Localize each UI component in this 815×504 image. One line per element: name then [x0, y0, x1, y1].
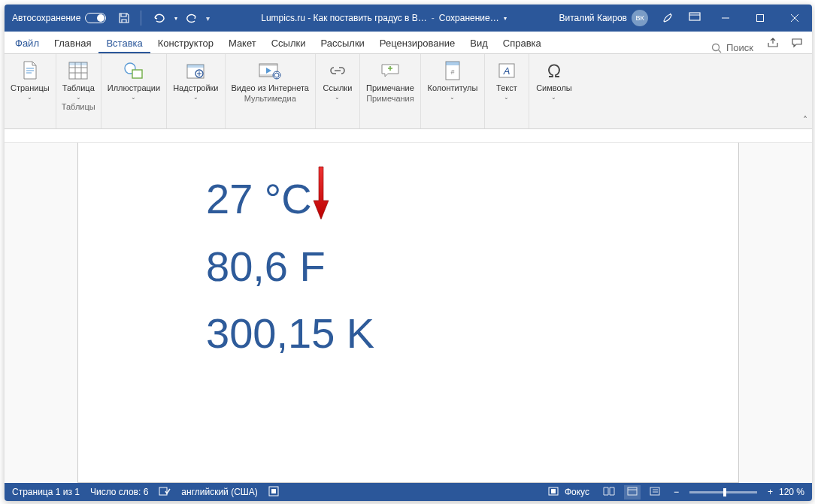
coming-soon-icon[interactable] [654, 11, 681, 26]
tab-home[interactable]: Главная [47, 34, 98, 53]
comment-icon [380, 60, 400, 81]
headerfooter-icon: # [444, 60, 461, 81]
language-indicator[interactable]: английский (США) [181, 487, 257, 497]
print-layout-icon[interactable] [624, 485, 641, 499]
text-line[interactable]: 300,15 K [206, 300, 693, 367]
ribbon-mode-icon[interactable] [681, 12, 708, 25]
avatar[interactable]: ВК [632, 10, 648, 26]
user-name: Виталий Каиров [559, 13, 627, 23]
headerfooter-button[interactable]: # Колонтитулы⌄ [423, 57, 483, 101]
zoom-in-button[interactable]: + [768, 487, 773, 497]
svg-rect-0 [689, 13, 700, 20]
tab-help[interactable]: Справка [495, 34, 549, 53]
tab-references[interactable]: Ссылки [264, 34, 314, 53]
comments-button[interactable] [785, 35, 809, 53]
document-title: Lumpics.ru - Как поставить градус в B… [261, 13, 427, 23]
table-icon [68, 60, 88, 81]
title-bar: Автосохранение ▾ ▾ Lumpics.ru - Как пост… [5, 5, 812, 32]
tab-design[interactable]: Конструктор [150, 34, 221, 53]
zoom-slider[interactable] [689, 491, 757, 493]
ribbon: Страницы⌄ Таблица⌄ Таблицы Иллюстрации⌄ [5, 54, 812, 129]
svg-point-4 [712, 44, 719, 50]
tab-view[interactable]: Вид [462, 34, 495, 53]
textbox-icon: A [498, 60, 516, 81]
status-bar: Страница 1 из 1 Число слов: 6 английский… [5, 483, 812, 501]
macro-icon[interactable] [268, 486, 279, 499]
page-icon [22, 60, 38, 81]
svg-rect-29 [650, 487, 659, 495]
chevron-down-icon[interactable]: ▾ [504, 15, 507, 22]
ruler[interactable] [5, 129, 812, 143]
save-icon[interactable] [118, 12, 130, 24]
qat-more-icon[interactable]: ▾ [206, 14, 210, 23]
saving-status: Сохранение… [439, 13, 499, 23]
document-canvas[interactable]: 27 °C 80,6 F 300,15 K [5, 143, 812, 483]
tab-layout[interactable]: Макет [221, 34, 264, 53]
search-label: Поиск [726, 42, 753, 53]
spellcheck-icon[interactable] [159, 486, 171, 499]
svg-rect-11 [187, 65, 204, 68]
web-layout-icon[interactable] [647, 487, 663, 498]
tables-group-label: Таблицы [62, 101, 95, 113]
link-icon [328, 60, 347, 81]
online-video-button[interactable]: Видео из Интернета [227, 57, 314, 92]
autosave-label: Автосохранение [12, 13, 80, 23]
ribbon-tabs: Файл Главная Вставка Конструктор Макет С… [5, 32, 812, 54]
autosave-toggle[interactable] [85, 13, 106, 23]
table-button[interactable]: Таблица⌄ [58, 57, 99, 101]
chevron-down-icon[interactable]: ▾ [174, 15, 177, 22]
svg-rect-3 [757, 15, 764, 22]
addins-icon [186, 60, 205, 81]
minimize-button[interactable] [708, 5, 743, 32]
word-count[interactable]: Число слов: 6 [90, 487, 148, 497]
tab-file[interactable]: Файл [8, 34, 47, 53]
document-content[interactable]: 27 °C 80,6 F 300,15 K [206, 165, 693, 367]
comments-group-label: Примечания [366, 92, 414, 104]
collapse-ribbon-icon[interactable]: ˄ [803, 115, 807, 125]
share-button[interactable] [761, 35, 785, 53]
addins-button[interactable]: Надстройки⌄ [168, 57, 223, 101]
links-button[interactable]: Ссылки⌄ [317, 57, 358, 101]
maximize-button[interactable] [743, 5, 777, 32]
close-button[interactable] [777, 5, 812, 32]
svg-text:#: # [450, 68, 454, 76]
omega-icon [545, 60, 563, 81]
comment-button[interactable]: Примечание [362, 57, 419, 92]
page[interactable]: 27 °C 80,6 F 300,15 K [77, 143, 739, 483]
undo-icon[interactable] [152, 12, 167, 24]
svg-rect-9 [132, 70, 142, 78]
svg-line-5 [718, 50, 721, 53]
page-indicator[interactable]: Страница 1 из 1 [12, 487, 80, 497]
tab-mailings[interactable]: Рассылки [313, 34, 371, 53]
svg-text:A: A [503, 65, 511, 77]
tab-review[interactable]: Рецензирование [372, 34, 462, 53]
svg-rect-7 [69, 62, 87, 65]
shapes-icon [123, 60, 144, 81]
read-mode-icon[interactable] [600, 487, 618, 498]
zoom-level[interactable]: 120 % [779, 487, 804, 497]
text-line[interactable]: 80,6 F [206, 233, 693, 300]
media-group-label: Мультимедиа [244, 92, 296, 104]
zoom-out-button[interactable]: − [674, 487, 679, 497]
focus-label[interactable]: Фокус [565, 487, 589, 497]
redo-icon[interactable] [185, 12, 198, 24]
svg-rect-18 [446, 62, 459, 65]
illustrations-button[interactable]: Иллюстрации⌄ [103, 57, 165, 101]
focus-mode-icon[interactable] [548, 487, 559, 498]
svg-rect-26 [551, 489, 556, 493]
tab-insert[interactable]: Вставка [98, 34, 150, 53]
text-button[interactable]: A Текст⌄ [486, 57, 527, 101]
pages-button[interactable]: Страницы⌄ [6, 57, 54, 101]
svg-rect-27 [628, 487, 637, 495]
symbols-button[interactable]: Символы⌄ [531, 57, 577, 101]
svg-rect-24 [271, 489, 276, 493]
video-icon [259, 60, 281, 81]
text-line[interactable]: 27 °C [206, 165, 693, 233]
svg-rect-14 [259, 64, 277, 66]
search-box[interactable]: Поиск [704, 42, 761, 53]
